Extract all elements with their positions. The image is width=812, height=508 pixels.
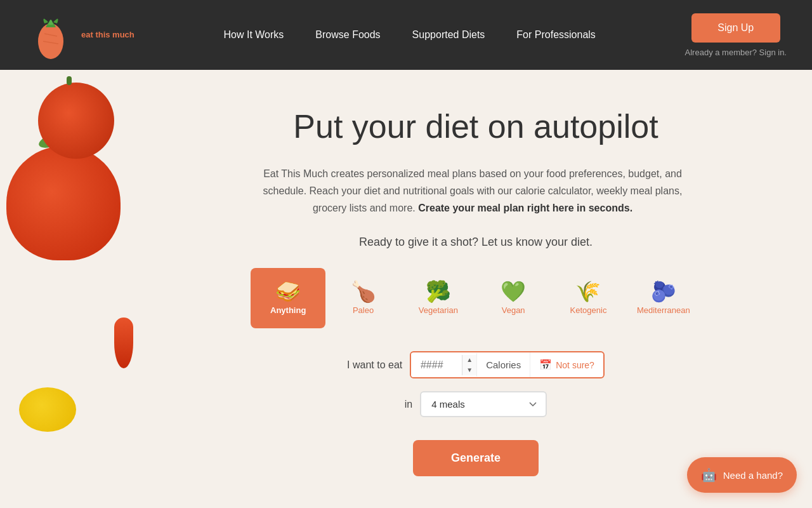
- diet-label-mediterranean: Mediterranean: [637, 305, 690, 315]
- calorie-increment-btn[interactable]: ▲: [462, 355, 476, 365]
- nav-for-professionals[interactable]: For Professionals: [516, 29, 596, 41]
- tomato2-decoration: [38, 83, 114, 159]
- nav-browse-foods[interactable]: Browse Foods: [315, 29, 380, 41]
- diet-icon-ketogenic: 🌾: [575, 281, 601, 302]
- calorie-input-group: ▲ ▼ Calories 📅 Not sure?: [410, 351, 605, 378]
- tomato-decoration: [6, 146, 121, 260]
- diet-label-ketogenic: Ketogenic: [570, 305, 607, 315]
- diet-icon-anything: 🥪: [275, 281, 301, 302]
- calorie-row: I want to eat ▲ ▼ Calories 📅 Not sure?: [251, 351, 701, 378]
- diet-label-vegan: Vegan: [502, 305, 525, 315]
- hero-section: Put your diet on autopilot Eat This Much…: [0, 70, 812, 508]
- calorie-input[interactable]: [411, 353, 462, 377]
- diet-label-vegetarian: Vegetarian: [419, 305, 458, 315]
- signup-button[interactable]: Sign Up: [691, 13, 780, 43]
- logo-text: eat this much: [81, 30, 134, 40]
- diet-option-ketogenic[interactable]: 🌾Ketogenic: [551, 268, 625, 328]
- logo[interactable]: eat this much: [25, 10, 134, 60]
- signin-text: Already a member? Sign in.: [685, 48, 787, 57]
- meals-row: in 1 meal2 meals3 meals4 meals5 meals6 m…: [251, 391, 701, 417]
- diet-selector: 🥪Anything🍗Paleo🥦Vegetarian💚Vegan🌾Ketogen…: [251, 268, 701, 328]
- chat-icon: 🤖: [701, 467, 717, 483]
- diet-option-vegan[interactable]: 💚Vegan: [476, 268, 551, 328]
- svg-point-0: [38, 23, 63, 59]
- diet-option-paleo[interactable]: 🍗Paleo: [325, 268, 400, 328]
- header-right: Sign Up Already a member? Sign in.: [685, 13, 787, 57]
- calorie-unit: Calories: [476, 353, 530, 377]
- meals-select[interactable]: 1 meal2 meals3 meals4 meals5 meals6 meal…: [420, 391, 547, 417]
- food-decoration: [0, 70, 178, 508]
- calorie-decrement-btn[interactable]: ▼: [462, 365, 476, 375]
- nav-links: How It Works Browse Foods Supported Diet…: [224, 29, 596, 41]
- chat-widget[interactable]: 🤖 Need a hand?: [687, 457, 797, 493]
- calendar-icon: 📅: [539, 359, 552, 371]
- not-sure-button[interactable]: 📅 Not sure?: [530, 352, 603, 377]
- nav-supported-diets[interactable]: Supported Diets: [412, 29, 485, 41]
- calorie-spinners: ▲ ▼: [462, 355, 476, 375]
- header: eat this much How It Works Browse Foods …: [0, 0, 812, 70]
- diet-label-paleo: Paleo: [353, 305, 374, 315]
- generate-button[interactable]: Generate: [413, 440, 539, 476]
- hero-subtitle: Ready to give it a shot? Let us know you…: [251, 236, 701, 249]
- hero-content: Put your diet on autopilot Eat This Much…: [238, 70, 714, 502]
- diet-icon-paleo: 🍗: [351, 281, 376, 302]
- calorie-label: I want to eat: [347, 359, 402, 371]
- diet-icon-vegan: 💚: [501, 281, 526, 302]
- diet-icon-vegetarian: 🥦: [426, 281, 451, 302]
- diet-icon-mediterranean: 🫐: [651, 281, 676, 302]
- pepper-decoration: [114, 318, 133, 368]
- chat-label: Need a hand?: [723, 470, 783, 481]
- meals-label: in: [405, 399, 412, 410]
- tomato2-stem: [67, 76, 72, 85]
- diet-option-mediterranean[interactable]: 🫐Mediterranean: [626, 268, 701, 328]
- diet-label-anything: Anything: [270, 305, 306, 315]
- page-title: Put your diet on autopilot: [251, 108, 701, 146]
- diet-option-anything[interactable]: 🥪Anything: [251, 268, 325, 328]
- hero-description: Eat This Much creates personalized meal …: [251, 165, 695, 217]
- diet-option-vegetarian[interactable]: 🥦Vegetarian: [401, 268, 476, 328]
- nav-how-it-works[interactable]: How It Works: [224, 29, 284, 41]
- lemon-decoration: [19, 387, 76, 432]
